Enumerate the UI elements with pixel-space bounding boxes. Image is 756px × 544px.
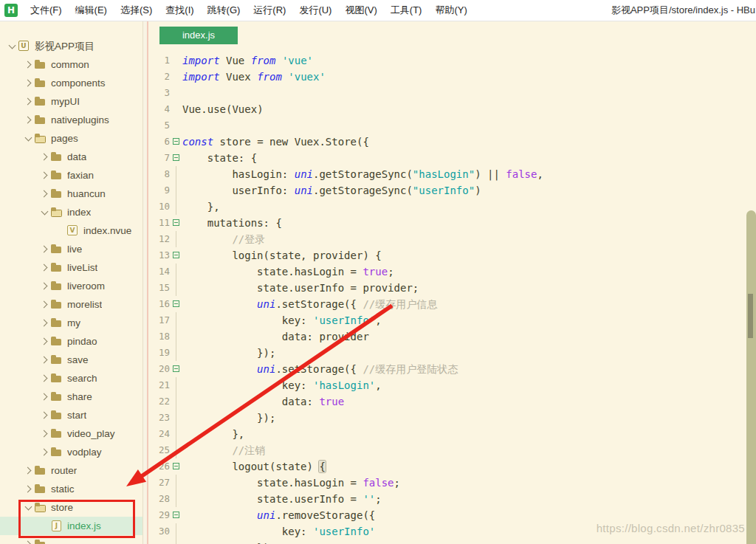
code-line[interactable]: 22data: true xyxy=(148,393,756,410)
code-line[interactable]: 10}, xyxy=(148,199,756,215)
code-line[interactable]: 23}); xyxy=(148,410,756,426)
code-line[interactable]: 12//登录 xyxy=(148,231,756,247)
chevron-right-icon[interactable] xyxy=(38,317,50,329)
tree-item-store[interactable]: store xyxy=(0,498,145,517)
fold-marker-icon[interactable] xyxy=(170,361,182,377)
code-line[interactable]: 1import Vue from 'vue' xyxy=(148,52,756,69)
code-line[interactable]: 16uni.setStorage({ //缓存用户信息 xyxy=(148,296,756,312)
editor-pane[interactable]: index.js 1import Vue from 'vue'2import V… xyxy=(148,21,756,544)
tree-item-pindao[interactable]: pindao xyxy=(0,332,145,351)
menu-item-7[interactable]: 视图(V) xyxy=(338,0,383,21)
menu-item-9[interactable]: 帮助(Y) xyxy=(428,0,473,21)
chevron-right-icon[interactable] xyxy=(38,170,50,182)
menu-item-5[interactable]: 运行(R) xyxy=(247,0,292,21)
chevron-down-icon[interactable] xyxy=(6,41,18,52)
menu-item-6[interactable]: 发行(U) xyxy=(292,0,338,21)
tree-item-影视APP项目[interactable]: 影视APP项目 xyxy=(0,37,145,55)
chevron-down-icon[interactable] xyxy=(22,133,34,145)
code-line[interactable]: 2import Vuex from 'vuex' xyxy=(148,69,756,85)
tree-item-search[interactable]: search xyxy=(0,369,145,388)
tree-item-mypUI[interactable]: mypUI xyxy=(0,92,145,111)
tree-item-pages[interactable]: pages xyxy=(0,129,145,148)
tree-item-router[interactable]: router xyxy=(0,461,145,480)
tree-item-partial[interactable] xyxy=(0,535,145,544)
code-line[interactable]: 18data: provider xyxy=(148,328,756,345)
code-line[interactable]: 31}) xyxy=(148,540,756,544)
code-line[interactable]: 6const store = new Vuex.Store({ xyxy=(148,134,756,150)
tree-item-vodplay[interactable]: vodplay xyxy=(0,443,145,461)
vertical-scrollbar[interactable] xyxy=(746,210,756,544)
code-line[interactable]: 14state.hasLogin = true; xyxy=(148,264,756,280)
menu-item-1[interactable]: 编辑(E) xyxy=(69,0,114,21)
tree-item-components[interactable]: components xyxy=(0,74,145,92)
chevron-right-icon[interactable] xyxy=(22,59,34,71)
chevron-right-icon[interactable] xyxy=(22,465,34,477)
chevron-right-icon[interactable] xyxy=(22,78,34,89)
tree-item-morelist[interactable]: morelist xyxy=(0,295,145,314)
code-line[interactable]: 3 xyxy=(148,85,756,101)
code-line[interactable]: 15state.userInfo = provider; xyxy=(148,280,756,296)
chevron-right-icon[interactable] xyxy=(38,336,50,348)
chevron-down-icon[interactable] xyxy=(38,207,50,218)
chevron-right-icon[interactable] xyxy=(38,299,50,311)
chevron-down-icon[interactable] xyxy=(22,502,34,514)
code-line[interactable]: 29uni.removeStorage({ xyxy=(148,507,756,523)
code-line[interactable]: 21key: 'hasLogin', xyxy=(148,377,756,393)
code-line[interactable]: 8hasLogin: uni.getStorageSync("hasLogin"… xyxy=(148,166,756,182)
tree-item-liveList[interactable]: liveList xyxy=(0,258,145,277)
tab-index-js[interactable]: index.js xyxy=(159,27,238,44)
menu-item-4[interactable]: 跳转(G) xyxy=(201,0,247,21)
chevron-right-icon[interactable] xyxy=(38,373,50,385)
chevron-right-icon[interactable] xyxy=(38,244,50,255)
code-line[interactable]: 20uni.setStorage({ //缓存用户登陆状态 xyxy=(148,361,756,377)
fold-marker-icon[interactable] xyxy=(170,247,182,264)
fold-marker-icon[interactable] xyxy=(170,458,182,475)
code-line[interactable]: 26logout(state) { xyxy=(148,458,756,475)
tree-item-video_play[interactable]: video_play xyxy=(0,424,145,443)
chevron-right-icon[interactable] xyxy=(22,483,34,495)
tree-item-liveroom[interactable]: liveroom xyxy=(0,277,145,295)
tree-item-live[interactable]: live xyxy=(0,240,145,258)
chevron-right-icon[interactable] xyxy=(38,447,50,458)
menu-item-8[interactable]: 工具(T) xyxy=(384,0,429,21)
fold-marker-icon[interactable] xyxy=(170,296,182,312)
code-line[interactable]: 28state.userInfo = ''; xyxy=(148,491,756,507)
chevron-right-icon[interactable] xyxy=(38,262,50,274)
chevron-right-icon[interactable] xyxy=(38,410,50,421)
menu-item-3[interactable]: 查找(I) xyxy=(159,0,200,21)
chevron-right-icon[interactable] xyxy=(38,391,50,403)
chevron-right-icon[interactable] xyxy=(38,354,50,366)
code-line[interactable]: 13login(state, provider) { xyxy=(148,247,756,264)
menu-item-0[interactable]: 文件(F) xyxy=(24,0,69,21)
chevron-right-icon[interactable] xyxy=(38,151,50,163)
tree-item-start[interactable]: start xyxy=(0,406,145,424)
tree-item-share[interactable]: share xyxy=(0,388,145,406)
fold-marker-icon[interactable] xyxy=(170,507,182,523)
scrollbar-thumb[interactable] xyxy=(748,294,753,338)
fold-marker-icon[interactable] xyxy=(170,150,182,166)
code-line[interactable]: 24}, xyxy=(148,426,756,442)
code-line[interactable]: 25//注销 xyxy=(148,442,756,458)
tree-item-index.nvue[interactable]: index.nvue xyxy=(0,221,145,240)
tree-item-common[interactable]: common xyxy=(0,55,145,74)
tree-item-my[interactable]: my xyxy=(0,314,145,332)
code-line[interactable]: 27state.hasLogin = false; xyxy=(148,475,756,491)
tree-item-nativeplugins[interactable]: nativeplugins xyxy=(0,111,145,129)
tree-item-huancun[interactable]: huancun xyxy=(0,185,145,203)
code-line[interactable]: 5 xyxy=(148,117,756,134)
code-line[interactable]: 11mutations: { xyxy=(148,215,756,231)
fold-marker-icon[interactable] xyxy=(170,134,182,150)
tree-item-data[interactable]: data xyxy=(0,148,145,166)
code-line[interactable]: 19}); xyxy=(148,345,756,361)
code-line[interactable]: 7state: { xyxy=(148,150,756,166)
tree-item-index[interactable]: index xyxy=(0,203,145,221)
tree-item-faxian[interactable]: faxian xyxy=(0,166,145,185)
menu-item-2[interactable]: 选择(S) xyxy=(114,0,159,21)
tree-item-static[interactable]: static xyxy=(0,480,145,498)
chevron-right-icon[interactable] xyxy=(38,280,50,292)
chevron-right-icon[interactable] xyxy=(38,188,50,200)
code-line[interactable]: 9userInfo: uni.getStorageSync("userInfo"… xyxy=(148,182,756,199)
chevron-right-icon[interactable] xyxy=(22,114,34,126)
chevron-right-icon[interactable] xyxy=(22,539,34,544)
fold-marker-icon[interactable] xyxy=(170,215,182,231)
